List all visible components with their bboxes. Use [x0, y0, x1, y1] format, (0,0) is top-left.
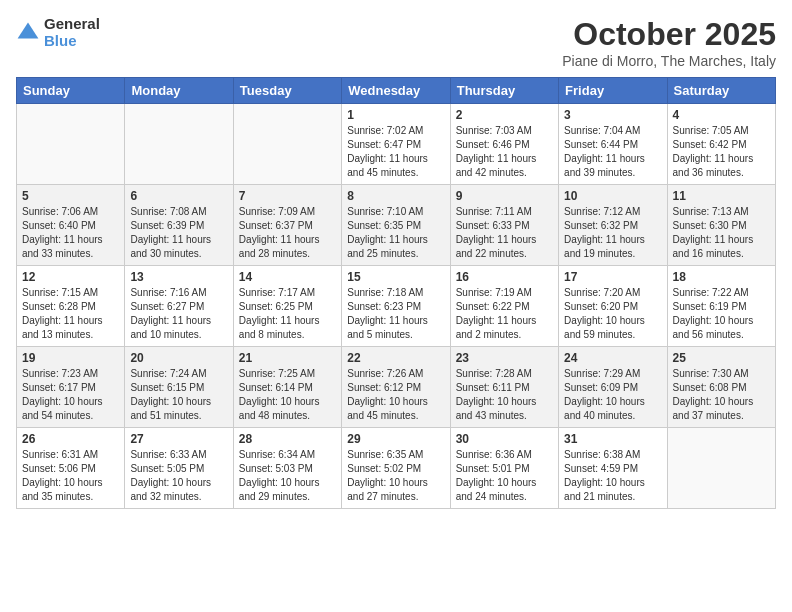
- month-title: October 2025: [562, 16, 776, 53]
- day-info: Sunrise: 7:28 AM Sunset: 6:11 PM Dayligh…: [456, 367, 553, 423]
- day-number: 23: [456, 351, 553, 365]
- day-number: 3: [564, 108, 661, 122]
- day-number: 25: [673, 351, 770, 365]
- day-info: Sunrise: 7:11 AM Sunset: 6:33 PM Dayligh…: [456, 205, 553, 261]
- day-number: 8: [347, 189, 444, 203]
- day-of-week-header: Friday: [559, 78, 667, 104]
- day-number: 7: [239, 189, 336, 203]
- day-info: Sunrise: 7:03 AM Sunset: 6:46 PM Dayligh…: [456, 124, 553, 180]
- day-info: Sunrise: 7:10 AM Sunset: 6:35 PM Dayligh…: [347, 205, 444, 261]
- day-info: Sunrise: 6:31 AM Sunset: 5:06 PM Dayligh…: [22, 448, 119, 504]
- table-row: 23Sunrise: 7:28 AM Sunset: 6:11 PM Dayli…: [450, 347, 558, 428]
- day-info: Sunrise: 7:22 AM Sunset: 6:19 PM Dayligh…: [673, 286, 770, 342]
- day-info: Sunrise: 7:09 AM Sunset: 6:37 PM Dayligh…: [239, 205, 336, 261]
- table-row: 15Sunrise: 7:18 AM Sunset: 6:23 PM Dayli…: [342, 266, 450, 347]
- day-of-week-header: Sunday: [17, 78, 125, 104]
- calendar-week-row: 26Sunrise: 6:31 AM Sunset: 5:06 PM Dayli…: [17, 428, 776, 509]
- day-info: Sunrise: 7:05 AM Sunset: 6:42 PM Dayligh…: [673, 124, 770, 180]
- logo: General Blue: [16, 16, 100, 49]
- day-info: Sunrise: 7:19 AM Sunset: 6:22 PM Dayligh…: [456, 286, 553, 342]
- day-info: Sunrise: 7:16 AM Sunset: 6:27 PM Dayligh…: [130, 286, 227, 342]
- table-row: 19Sunrise: 7:23 AM Sunset: 6:17 PM Dayli…: [17, 347, 125, 428]
- day-number: 17: [564, 270, 661, 284]
- table-row: 6Sunrise: 7:08 AM Sunset: 6:39 PM Daylig…: [125, 185, 233, 266]
- table-row: 7Sunrise: 7:09 AM Sunset: 6:37 PM Daylig…: [233, 185, 341, 266]
- table-row: 17Sunrise: 7:20 AM Sunset: 6:20 PM Dayli…: [559, 266, 667, 347]
- day-info: Sunrise: 6:34 AM Sunset: 5:03 PM Dayligh…: [239, 448, 336, 504]
- table-row: 31Sunrise: 6:38 AM Sunset: 4:59 PM Dayli…: [559, 428, 667, 509]
- day-number: 9: [456, 189, 553, 203]
- day-of-week-header: Tuesday: [233, 78, 341, 104]
- table-row: 9Sunrise: 7:11 AM Sunset: 6:33 PM Daylig…: [450, 185, 558, 266]
- day-info: Sunrise: 7:13 AM Sunset: 6:30 PM Dayligh…: [673, 205, 770, 261]
- day-of-week-header: Saturday: [667, 78, 775, 104]
- svg-marker-0: [18, 22, 39, 38]
- day-number: 6: [130, 189, 227, 203]
- day-number: 4: [673, 108, 770, 122]
- table-row: 12Sunrise: 7:15 AM Sunset: 6:28 PM Dayli…: [17, 266, 125, 347]
- day-info: Sunrise: 6:38 AM Sunset: 4:59 PM Dayligh…: [564, 448, 661, 504]
- table-row: [667, 428, 775, 509]
- table-row: 14Sunrise: 7:17 AM Sunset: 6:25 PM Dayli…: [233, 266, 341, 347]
- table-row: 2Sunrise: 7:03 AM Sunset: 6:46 PM Daylig…: [450, 104, 558, 185]
- day-number: 18: [673, 270, 770, 284]
- logo-blue-text: Blue: [44, 33, 100, 50]
- day-info: Sunrise: 7:15 AM Sunset: 6:28 PM Dayligh…: [22, 286, 119, 342]
- day-info: Sunrise: 7:29 AM Sunset: 6:09 PM Dayligh…: [564, 367, 661, 423]
- day-number: 12: [22, 270, 119, 284]
- calendar-week-row: 19Sunrise: 7:23 AM Sunset: 6:17 PM Dayli…: [17, 347, 776, 428]
- day-number: 29: [347, 432, 444, 446]
- table-row: [17, 104, 125, 185]
- table-row: 8Sunrise: 7:10 AM Sunset: 6:35 PM Daylig…: [342, 185, 450, 266]
- table-row: 1Sunrise: 7:02 AM Sunset: 6:47 PM Daylig…: [342, 104, 450, 185]
- day-of-week-header: Thursday: [450, 78, 558, 104]
- day-info: Sunrise: 7:08 AM Sunset: 6:39 PM Dayligh…: [130, 205, 227, 261]
- logo-text: General Blue: [44, 16, 100, 49]
- table-row: 24Sunrise: 7:29 AM Sunset: 6:09 PM Dayli…: [559, 347, 667, 428]
- day-number: 28: [239, 432, 336, 446]
- calendar-header-row: SundayMondayTuesdayWednesdayThursdayFrid…: [17, 78, 776, 104]
- day-number: 16: [456, 270, 553, 284]
- table-row: 16Sunrise: 7:19 AM Sunset: 6:22 PM Dayli…: [450, 266, 558, 347]
- day-number: 24: [564, 351, 661, 365]
- logo-general-text: General: [44, 16, 100, 33]
- table-row: [125, 104, 233, 185]
- day-number: 14: [239, 270, 336, 284]
- day-number: 19: [22, 351, 119, 365]
- day-number: 21: [239, 351, 336, 365]
- day-number: 1: [347, 108, 444, 122]
- calendar-table: SundayMondayTuesdayWednesdayThursdayFrid…: [16, 77, 776, 509]
- calendar-week-row: 1Sunrise: 7:02 AM Sunset: 6:47 PM Daylig…: [17, 104, 776, 185]
- day-number: 20: [130, 351, 227, 365]
- day-info: Sunrise: 6:33 AM Sunset: 5:05 PM Dayligh…: [130, 448, 227, 504]
- table-row: 30Sunrise: 6:36 AM Sunset: 5:01 PM Dayli…: [450, 428, 558, 509]
- day-info: Sunrise: 7:30 AM Sunset: 6:08 PM Dayligh…: [673, 367, 770, 423]
- day-info: Sunrise: 7:24 AM Sunset: 6:15 PM Dayligh…: [130, 367, 227, 423]
- table-row: 25Sunrise: 7:30 AM Sunset: 6:08 PM Dayli…: [667, 347, 775, 428]
- day-number: 27: [130, 432, 227, 446]
- day-number: 30: [456, 432, 553, 446]
- day-info: Sunrise: 6:35 AM Sunset: 5:02 PM Dayligh…: [347, 448, 444, 504]
- location-text: Piane di Morro, The Marches, Italy: [562, 53, 776, 69]
- day-info: Sunrise: 7:02 AM Sunset: 6:47 PM Dayligh…: [347, 124, 444, 180]
- day-info: Sunrise: 7:20 AM Sunset: 6:20 PM Dayligh…: [564, 286, 661, 342]
- day-info: Sunrise: 7:26 AM Sunset: 6:12 PM Dayligh…: [347, 367, 444, 423]
- table-row: 3Sunrise: 7:04 AM Sunset: 6:44 PM Daylig…: [559, 104, 667, 185]
- table-row: 28Sunrise: 6:34 AM Sunset: 5:03 PM Dayli…: [233, 428, 341, 509]
- day-info: Sunrise: 7:17 AM Sunset: 6:25 PM Dayligh…: [239, 286, 336, 342]
- table-row: 10Sunrise: 7:12 AM Sunset: 6:32 PM Dayli…: [559, 185, 667, 266]
- title-area: October 2025 Piane di Morro, The Marches…: [562, 16, 776, 69]
- day-info: Sunrise: 7:04 AM Sunset: 6:44 PM Dayligh…: [564, 124, 661, 180]
- table-row: 21Sunrise: 7:25 AM Sunset: 6:14 PM Dayli…: [233, 347, 341, 428]
- day-number: 26: [22, 432, 119, 446]
- day-number: 31: [564, 432, 661, 446]
- table-row: [233, 104, 341, 185]
- table-row: 13Sunrise: 7:16 AM Sunset: 6:27 PM Dayli…: [125, 266, 233, 347]
- table-row: 4Sunrise: 7:05 AM Sunset: 6:42 PM Daylig…: [667, 104, 775, 185]
- calendar-week-row: 5Sunrise: 7:06 AM Sunset: 6:40 PM Daylig…: [17, 185, 776, 266]
- day-of-week-header: Monday: [125, 78, 233, 104]
- table-row: 20Sunrise: 7:24 AM Sunset: 6:15 PM Dayli…: [125, 347, 233, 428]
- day-number: 5: [22, 189, 119, 203]
- page-header: General Blue October 2025 Piane di Morro…: [16, 16, 776, 69]
- table-row: 11Sunrise: 7:13 AM Sunset: 6:30 PM Dayli…: [667, 185, 775, 266]
